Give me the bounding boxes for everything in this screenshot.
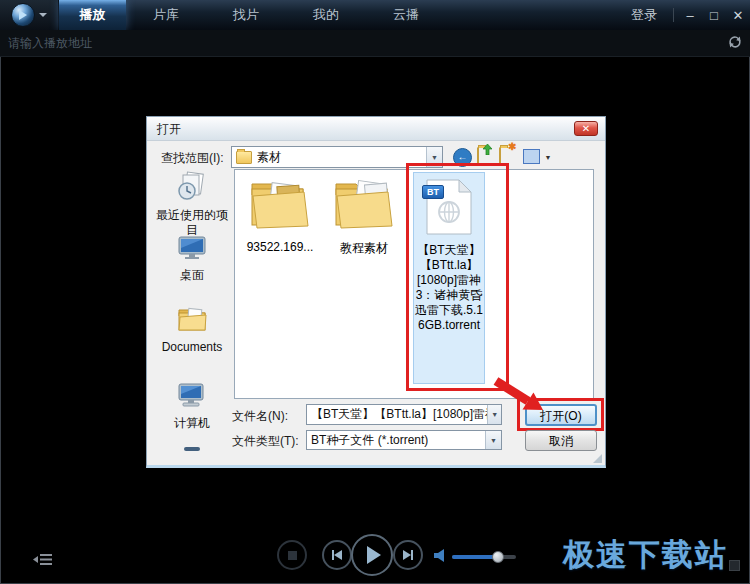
- maximize-button[interactable]: □: [702, 8, 726, 23]
- sidebar-item-label: Documents: [151, 340, 233, 355]
- look-in-combobox[interactable]: 素材 ▼: [231, 146, 443, 168]
- chevron-down-icon: [39, 13, 47, 17]
- folder-item[interactable]: 93522.169...: [241, 176, 319, 254]
- sidebar-item-computer[interactable]: 计算机: [151, 381, 233, 431]
- recent-items-icon: [176, 171, 208, 201]
- chevron-down-icon[interactable]: ▼: [426, 147, 442, 167]
- folder-icon: [332, 176, 396, 232]
- file-name-value: 【BT天堂】【BTtt.la】[1080p]雷神3: 诸: [311, 406, 487, 423]
- folder-icon: [236, 151, 252, 164]
- volume-slider[interactable]: [452, 555, 516, 559]
- play-button[interactable]: [351, 534, 393, 576]
- address-placeholder: 请输入播放地址: [8, 30, 92, 56]
- sidebar-item-label: 桌面: [151, 268, 233, 283]
- tab-cloud[interactable]: 云播: [366, 0, 446, 30]
- views-menu-icon[interactable]: ▼: [523, 149, 551, 168]
- back-icon[interactable]: ←: [453, 148, 472, 167]
- cancel-button[interactable]: 取消: [525, 430, 597, 451]
- new-folder-icon[interactable]: ✱: [499, 148, 501, 166]
- sidebar-item-desktop[interactable]: 桌面: [151, 235, 233, 283]
- player-window: 播放 片库 找片 我的 云播 登录 – □ ✕ 请输入播放地址 打开 ✕: [0, 0, 750, 584]
- sidebar-item-label: 最近使用的项目: [151, 208, 233, 238]
- next-button[interactable]: [393, 540, 423, 570]
- close-button[interactable]: ✕: [726, 8, 750, 23]
- app-menu-button[interactable]: [0, 0, 59, 30]
- up-folder-icon[interactable]: [477, 148, 479, 166]
- folder-name: 93522.169...: [241, 240, 319, 254]
- places-sidebar: 最近使用的项目 桌面 Documents: [151, 171, 233, 459]
- dialog-close-button[interactable]: ✕: [574, 121, 598, 136]
- watermark-badge-icon: [729, 560, 740, 571]
- sidebar-item-recent[interactable]: 最近使用的项目: [151, 171, 233, 238]
- sidebar-item-label: 计算机: [151, 416, 233, 431]
- look-in-label: 查找范围(I):: [161, 150, 224, 167]
- previous-button[interactable]: [322, 540, 352, 570]
- tab-library[interactable]: 片库: [126, 0, 206, 30]
- tab-find[interactable]: 找片: [206, 0, 286, 30]
- title-bar: 播放 片库 找片 我的 云播 登录 – □ ✕: [0, 0, 750, 30]
- watermark: 极速下载站: [563, 534, 728, 576]
- login-button[interactable]: 登录: [619, 6, 669, 24]
- dialog-title: 打开: [147, 117, 605, 141]
- computer-icon: [176, 381, 208, 409]
- player-controls: 极速下载站: [0, 528, 750, 584]
- tab-play[interactable]: 播放: [59, 0, 126, 30]
- documents-folder-icon: [176, 305, 208, 333]
- open-button[interactable]: 打开(O): [525, 404, 597, 426]
- file-type-value: BT种子文件 (*.torrent): [311, 432, 428, 449]
- torrent-file-item[interactable]: BT 【BT天堂】【BTtt.la】[1080p]雷神3：诸神黄昏迅雷下载.5.…: [413, 172, 485, 384]
- torrent-file-name: 【BT天堂】【BTtt.la】[1080p]雷神3：诸神黄昏迅雷下载.5.16G…: [414, 243, 484, 333]
- chevron-down-icon[interactable]: ▼: [487, 405, 501, 424]
- play-icon: [367, 546, 381, 564]
- grid-icon: [523, 149, 540, 164]
- folder-item[interactable]: 教程素材: [325, 176, 403, 257]
- file-type-label: 文件类型(T):: [232, 433, 299, 450]
- next-icon: [411, 550, 413, 560]
- previous-icon: [334, 550, 342, 560]
- file-name-combobox[interactable]: 【BT天堂】【BTtt.la】[1080p]雷神3: 诸 ▼: [306, 404, 502, 425]
- divider: [673, 8, 674, 22]
- network-icon: [184, 447, 200, 451]
- desktop-icon: [177, 235, 207, 261]
- minimize-button[interactable]: –: [678, 8, 702, 23]
- tab-mine[interactable]: 我的: [286, 0, 366, 30]
- bt-badge: BT: [422, 185, 444, 199]
- sidebar-item-documents[interactable]: Documents: [151, 305, 233, 355]
- stop-button[interactable]: [277, 540, 307, 570]
- look-in-value: 素材: [257, 149, 281, 166]
- app-logo-icon: [11, 3, 35, 27]
- folder-name: 教程素材: [325, 240, 403, 257]
- open-file-dialog: 打开 ✕ 查找范围(I): 素材 ▼ ← ✱ ▼: [146, 116, 606, 468]
- refresh-icon[interactable]: [728, 35, 742, 53]
- resize-grip-icon[interactable]: [593, 454, 602, 463]
- volume-icon[interactable]: [434, 548, 446, 566]
- file-list[interactable]: 93522.169... 教程素材: [234, 169, 594, 399]
- folder-icon: [248, 176, 312, 232]
- volume-handle[interactable]: [492, 551, 504, 563]
- playlist-toggle-icon[interactable]: [33, 552, 53, 570]
- stop-icon: [288, 551, 297, 560]
- file-name-label: 文件名(N):: [232, 408, 288, 425]
- playback-address-bar[interactable]: 请输入播放地址: [0, 30, 750, 57]
- chevron-down-icon[interactable]: ▼: [485, 431, 501, 449]
- window-controls: 登录 – □ ✕: [619, 0, 750, 30]
- sidebar-item-network-partial[interactable]: [151, 447, 233, 451]
- next-icon: [403, 550, 411, 560]
- file-type-combobox[interactable]: BT种子文件 (*.torrent) ▼: [306, 430, 502, 450]
